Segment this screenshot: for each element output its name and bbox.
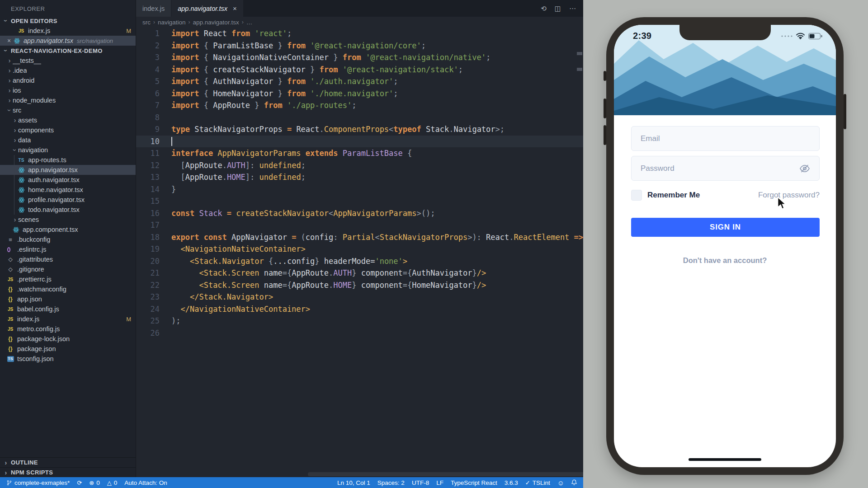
code-line-21[interactable]: 21 <Stack.Screen name={AppRoute.AUTH} co… xyxy=(136,267,583,279)
folder-ios[interactable]: ›ios xyxy=(0,85,136,95)
horizontal-scrollbar[interactable] xyxy=(308,472,583,476)
split-editor-icon[interactable]: ◫ xyxy=(555,5,561,13)
breadcrumb[interactable]: src›navigation›app.navigator.tsx›… xyxy=(136,17,583,28)
file-home.navigator.tsx[interactable]: home.navigator.tsx xyxy=(0,185,136,195)
open-editor-app.navigator.tsx[interactable]: ×app.navigator.tsxsrc/navigation xyxy=(0,36,136,46)
file-package-lock.json[interactable]: {}package-lock.json xyxy=(0,334,136,344)
code-line-16[interactable]: 16const Stack = createStackNavigator<App… xyxy=(136,207,583,220)
code-line-18[interactable]: 18export const AppNavigator = (config: P… xyxy=(136,231,583,244)
breadcrumb-item[interactable]: app.navigator.tsx xyxy=(193,19,239,26)
password-input[interactable]: Password xyxy=(631,156,820,181)
folder-navigation[interactable]: ›navigation xyxy=(0,145,136,155)
breadcrumb-separator: › xyxy=(189,19,190,25)
folder-__tests__[interactable]: ›__tests__ xyxy=(0,56,136,66)
file-profile.navigator.tsx[interactable]: profile.navigator.tsx xyxy=(0,195,136,205)
status-spaces-2[interactable]: Spaces: 2 xyxy=(377,479,405,486)
code-line-17[interactable]: 17 xyxy=(136,219,583,231)
file-.watchmanconfig[interactable]: {}.watchmanconfig xyxy=(0,284,136,294)
folder-data[interactable]: ›data xyxy=(0,135,136,145)
status-notifications-bell-icon[interactable] xyxy=(571,479,577,486)
code-line-5[interactable]: 5import { AuthNavigator } from './auth.n… xyxy=(136,75,583,88)
tab-index.js[interactable]: index.js xyxy=(136,0,171,17)
code-line-3[interactable]: 3import { NavigationNativeContainer } fr… xyxy=(136,52,583,64)
code-line-23[interactable]: 23 </Stack.Navigator> xyxy=(136,291,583,303)
code-line-19[interactable]: 19 <NavigationNativeContainer> xyxy=(136,243,583,255)
close-icon[interactable]: × xyxy=(233,5,237,12)
forgot-password-link[interactable]: Forgot password? xyxy=(758,191,820,200)
code-line-20[interactable]: 20 <Stack.Navigator {...config} headerMo… xyxy=(136,255,583,267)
status-lf[interactable]: LF xyxy=(436,479,443,486)
status-typescript-react[interactable]: TypeScript React xyxy=(451,479,497,486)
code-line-2[interactable]: 2import { ParamListBase } from '@react-n… xyxy=(136,40,583,52)
file-app.component.tsx[interactable]: app.component.tsx xyxy=(0,225,136,235)
code-line-15[interactable]: 15 xyxy=(136,195,583,207)
code-editor[interactable]: 1import React from 'react';2import { Par… xyxy=(136,28,583,477)
breadcrumb-item[interactable]: navigation xyxy=(158,19,186,26)
code-line-1[interactable]: 1import React from 'react'; xyxy=(136,28,583,40)
status-0[interactable]: △0 xyxy=(107,479,118,486)
file-.buckconfig[interactable]: ≡.buckconfig xyxy=(0,235,136,244)
status-tslint[interactable]: ✓TSLint xyxy=(525,479,550,486)
file-babel.config.js[interactable]: JSbabel.config.js xyxy=(0,304,136,314)
folder-src[interactable]: ›src xyxy=(0,105,136,115)
code-line-4[interactable]: 4import { createStackNavigator } from '@… xyxy=(136,64,583,76)
file-auth.navigator.tsx[interactable]: auth.navigator.tsx xyxy=(0,175,136,185)
folder-android[interactable]: ›android xyxy=(0,75,136,85)
file-.prettierrc.js[interactable]: JS.prettierrc.js xyxy=(0,274,136,284)
file-index.js[interactable]: JSindex.jsM xyxy=(0,314,136,324)
sign-in-button[interactable]: SIGN IN xyxy=(631,218,820,237)
open-changes-icon[interactable]: ⟲ xyxy=(541,5,547,13)
status-sync-icon[interactable]: ⟳ xyxy=(77,480,82,486)
code-line-8[interactable]: 8 xyxy=(136,112,583,124)
file-.gitattributes[interactable]: ◇.gitattributes xyxy=(0,254,136,264)
more-actions-icon[interactable]: ⋯ xyxy=(569,5,576,13)
file-tsconfig.json[interactable]: TStsconfig.json xyxy=(0,354,136,364)
file-metro.config.js[interactable]: JSmetro.config.js xyxy=(0,324,136,334)
status-utf-8[interactable]: UTF-8 xyxy=(412,479,429,486)
open-editors-header[interactable]: › OPEN EDITORS xyxy=(0,16,136,26)
home-indicator[interactable] xyxy=(689,458,761,461)
code-line-14[interactable]: 14} xyxy=(136,183,583,196)
tab-app.navigator.tsx[interactable]: app.navigator.tsx× xyxy=(171,0,243,17)
code-line-9[interactable]: 9type StackNavigatorProps = React.Compon… xyxy=(136,123,583,136)
breadcrumb-item[interactable]: src xyxy=(142,19,151,26)
code-line-24[interactable]: 24 </NavigationNativeContainer> xyxy=(136,303,583,315)
code-line-26[interactable]: 26 xyxy=(136,327,583,339)
file-app-routes.ts[interactable]: TSapp-routes.ts xyxy=(0,155,136,165)
file-app.navigator.tsx[interactable]: app.navigator.tsx xyxy=(0,165,136,175)
status-complete-exmaples[interactable]: complete-exmaples* xyxy=(6,479,70,486)
no-account-link[interactable]: Don't have an account? xyxy=(614,256,836,265)
folder-scenes[interactable]: ›scenes xyxy=(0,215,136,225)
code-line-25[interactable]: 25); xyxy=(136,315,583,327)
section-outline[interactable]: ›OUTLINE xyxy=(0,457,136,467)
status-feedback-smiley-icon[interactable]: ☺ xyxy=(557,479,564,486)
file-todo.navigator.tsx[interactable]: todo.navigator.tsx xyxy=(0,205,136,215)
close-icon[interactable]: × xyxy=(5,37,13,44)
folder-.idea[interactable]: ›.idea xyxy=(0,66,136,75)
code-line-22[interactable]: 22 <Stack.Screen name={AppRoute.HOME} co… xyxy=(136,279,583,291)
section-npm-scripts[interactable]: ›NPM SCRIPTS xyxy=(0,467,136,477)
code-line-13[interactable]: 13 [AppRoute.HOME]: undefined; xyxy=(136,171,583,183)
file-package.json[interactable]: {}package.json xyxy=(0,344,136,354)
code-line-6[interactable]: 6import { HomeNavigator } from './home.n… xyxy=(136,88,583,100)
status-auto-attach-on[interactable]: Auto Attach: On xyxy=(124,479,167,486)
folder-assets[interactable]: ›assets xyxy=(0,115,136,125)
status-0[interactable]: ⊗0 xyxy=(89,479,99,486)
code-line-7[interactable]: 7import { AppRoute } from './app-routes'… xyxy=(136,99,583,112)
file-.eslintrc.js[interactable]: .eslintrc.js xyxy=(0,244,136,254)
remember-me-checkbox[interactable] xyxy=(631,190,642,201)
file-app.json[interactable]: {}app.json xyxy=(0,294,136,304)
code-line-12[interactable]: 12 [AppRoute.AUTH]: undefined; xyxy=(136,160,583,172)
open-editor-index.js[interactable]: JSindex.jsM xyxy=(0,26,136,36)
breadcrumb-item[interactable]: … xyxy=(246,19,253,26)
file-.gitignore[interactable]: ◇.gitignore xyxy=(0,264,136,274)
status-3-6-3[interactable]: 3.6.3 xyxy=(505,479,518,486)
folder-node_modules[interactable]: ›node_modules xyxy=(0,95,136,105)
code-line-10[interactable]: 10 xyxy=(136,136,583,148)
project-root-header[interactable]: › REACT-NAVIGATION-EX-DEMO xyxy=(0,46,136,56)
status-ln-10-col-1[interactable]: Ln 10, Col 1 xyxy=(337,479,370,486)
code-line-11[interactable]: 11interface AppNavigatorParams extends P… xyxy=(136,147,583,160)
eye-off-icon[interactable] xyxy=(799,163,810,174)
folder-components[interactable]: ›components xyxy=(0,125,136,135)
email-input[interactable]: Email xyxy=(631,126,820,151)
